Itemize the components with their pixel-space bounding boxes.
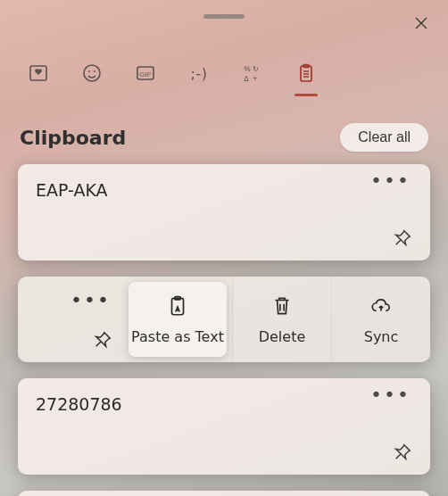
pin-icon[interactable] [93,330,112,353]
svg-point-2 [88,70,90,72]
svg-text:↻: ↻ [253,65,259,73]
pin-button[interactable] [387,437,418,467]
mode-tabs: GIF ;-) % ↻ Δ + [25,55,319,91]
clipboard-item-text: 27280786 [36,394,412,414]
action-label: Sync [364,328,399,345]
clipboard-item[interactable]: EAP-AKA ••• [18,164,430,260]
trash-icon [270,294,294,321]
more-icon[interactable]: ••• [370,177,411,186]
svg-text:+: + [253,73,258,83]
cloud-upload-icon [369,294,393,321]
section-header: Clipboard Clear all [20,123,428,152]
clipboard-item-actions: ••• Paste as Text Delete Sync [18,277,430,362]
action-sync[interactable]: Sync [331,277,430,362]
page-title: Clipboard [20,127,126,149]
tab-favorites[interactable] [25,55,52,91]
action-paste-as-text[interactable]: Paste as Text [129,282,227,357]
more-icon[interactable]: ••• [71,296,111,305]
close-button[interactable] [407,9,436,37]
kaomoji-label: ;-) [191,65,208,82]
svg-point-1 [84,65,100,81]
clipboard-item-text: EAP-AKA [36,180,412,200]
tab-symbols[interactable]: % ↻ Δ + [239,55,266,91]
more-icon[interactable]: ••• [370,391,411,400]
pin-button[interactable] [387,223,418,253]
svg-point-3 [94,70,95,72]
svg-text:Δ: Δ [244,75,249,83]
drag-handle[interactable] [203,14,245,19]
tab-kaomoji[interactable]: ;-) [186,55,212,91]
action-delete[interactable]: Delete [232,277,331,362]
svg-text:GIF: GIF [139,70,151,79]
item-quick-segment[interactable]: ••• [18,277,123,362]
action-label: Delete [259,328,306,345]
tab-gif[interactable]: GIF [132,55,159,91]
clipboard-item[interactable] [18,491,430,496]
action-label: Paste as Text [131,328,224,345]
paste-text-icon [166,294,189,321]
clear-all-button[interactable]: Clear all [340,123,428,152]
tab-clipboard[interactable] [293,55,319,91]
tab-emoji[interactable] [79,55,105,91]
clipboard-item[interactable]: 27280786 ••• [18,378,430,475]
svg-text:%: % [244,65,251,73]
